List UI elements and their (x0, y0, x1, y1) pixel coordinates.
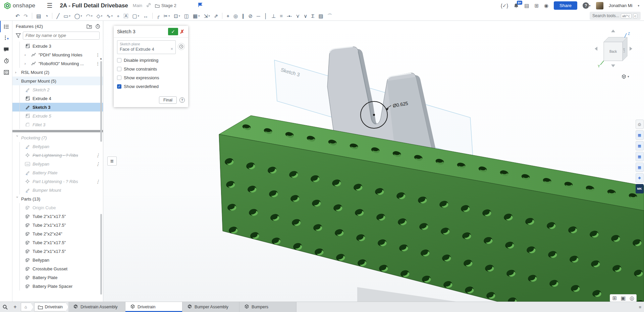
vertical-constraint-tool[interactable]: │ (263, 12, 269, 20)
rotate-right-arrow[interactable] (630, 47, 632, 51)
arc-tool[interactable]: ◠▾ (85, 12, 94, 20)
feature-row[interactable]: Tube 2"x1"x17.5" (12, 238, 103, 247)
feature-row[interactable]: Tube 2"x1"x17.5" (12, 221, 103, 229)
breadcrumb[interactable]: Drivetrain (34, 303, 69, 311)
print-panel-icon[interactable]: ⎙ (636, 120, 644, 129)
feature-row[interactable]: Tube 2"x2"x24" (12, 229, 103, 238)
feature-row[interactable]: Extrude 3 (12, 42, 103, 50)
use-project-tool[interactable]: ◔ (44, 12, 49, 20)
feature-row[interactable]: ›"RoboRIO" Mounting ...⋮ (12, 59, 103, 68)
dialog-help-icon[interactable]: ? (179, 97, 185, 103)
view-cube-front-label[interactable]: Back (609, 50, 617, 53)
feature-row[interactable]: Crosstube Gusset (12, 264, 103, 273)
chevron-down-icon[interactable]: › (15, 135, 19, 140)
feature-row[interactable]: Sketch 2 (12, 85, 103, 94)
chevron-down-icon[interactable]: › (15, 196, 19, 201)
polygon-tool[interactable]: ◇▾ (95, 12, 104, 20)
equal-constraint-tool[interactable]: = (278, 12, 284, 20)
group-row[interactable]: ›Bumper Mount (5) (12, 77, 103, 85)
checkbox-icon[interactable] (117, 76, 121, 80)
tab-drivetrain[interactable]: Drivetrain (125, 302, 182, 312)
feature-row[interactable]: Part Lightening - ? Ribs⋮ (12, 151, 103, 160)
spline-tool[interactable]: ∿▾ (105, 12, 114, 20)
mirror-tool[interactable]: ◫ (183, 12, 190, 20)
comments-panel-icon[interactable] (0, 44, 12, 55)
undo-tool[interactable]: ↶ (14, 12, 21, 20)
publication-flag-icon[interactable] (198, 2, 203, 9)
main-menu-icon[interactable]: ☰ (47, 2, 52, 9)
line-tool[interactable]: ╱ (55, 12, 61, 20)
tab-drivetrain-assembly[interactable]: Drivetrain Assembly (68, 302, 125, 312)
feature-row[interactable]: Extrude 4 (12, 94, 103, 103)
history-icon[interactable] (95, 24, 100, 29)
link-icon[interactable] (146, 3, 151, 9)
view-cube[interactable]: Back Left Z Y (595, 30, 632, 68)
checkbox-show-overdefined[interactable]: ✓Show overdefined (117, 84, 185, 89)
new-folder-icon[interactable] (87, 24, 92, 29)
app-store-icon[interactable]: ⊞ (534, 3, 539, 9)
chevron-right-icon[interactable]: › (24, 53, 29, 57)
group-row[interactable]: ›Parts (13) (12, 194, 103, 203)
feature-row[interactable]: Tube 2"x1"x17.5" (12, 212, 103, 221)
workspace-label[interactable]: Main (133, 3, 142, 8)
final-button[interactable]: Final (159, 96, 177, 104)
checkbox-disable-imprinting[interactable]: Disable imprinting (117, 58, 185, 63)
share-button[interactable]: Share (554, 1, 577, 10)
import-dxf-tool[interactable]: ⇲▾ (202, 12, 211, 20)
center-circle-tool[interactable]: ◯▾ (73, 12, 84, 20)
app-panel-3-icon[interactable]: ▦ (636, 152, 644, 161)
app-panel-4-icon[interactable]: ▦ (636, 163, 644, 172)
avatar[interactable] (596, 2, 603, 9)
coincident-constraint-tool[interactable]: ⌖ (225, 12, 230, 20)
tab-overflow-icon[interactable]: ≡ (639, 305, 641, 310)
symmetric-constraint-tool[interactable]: ∨ (302, 12, 309, 20)
fix-constraint-tool[interactable]: ▨ (317, 12, 324, 20)
scroll-up-arrow[interactable]: ▲ (100, 57, 102, 60)
chevron-right-icon[interactable]: › (15, 70, 20, 74)
feature-row[interactable]: Part Lightening - ? Ribs⋮ (12, 177, 103, 186)
point-tool[interactable]: ∘ (115, 12, 121, 20)
trim-tool[interactable]: ✂▾ (162, 12, 171, 20)
branch-selector[interactable]: Stage 2 (155, 3, 176, 8)
feature-row[interactable]: ›"PDH" Mounting Holes⋮ (12, 50, 103, 59)
history-panel-icon[interactable] (0, 55, 12, 66)
view-options-menu[interactable]: ▾ (621, 74, 629, 79)
release-notes-icon[interactable]: ▤ (524, 3, 529, 9)
horizontal-constraint-tool[interactable]: ─ (255, 12, 262, 20)
row-menu-icon[interactable]: ⋮ (96, 61, 100, 66)
measure-tool[interactable]: ⇗ (213, 12, 220, 20)
color-palette-panel-icon[interactable]: ❖ (636, 173, 644, 183)
custom-tables-panel-icon[interactable] (0, 66, 12, 78)
features-panel-icon[interactable] (0, 21, 12, 32)
rotate-down-arrow[interactable] (611, 64, 615, 67)
new-tab-icon[interactable]: + (10, 302, 20, 312)
chevron-right-icon[interactable]: › (24, 61, 29, 65)
feature-row[interactable]: Bellypan (12, 256, 103, 264)
parallel-constraint-tool[interactable]: ∥ (240, 12, 246, 20)
feature-row[interactable]: VeBellypan⋮ (12, 160, 103, 168)
curvature-tool[interactable]: ⌒ (326, 12, 334, 20)
normal-constraint-tool[interactable]: ⋎ (294, 12, 301, 20)
feature-row[interactable]: Tube 2"x1"x17.5" (12, 247, 103, 256)
help-menu[interactable]: ? ▾ (583, 2, 591, 9)
row-menu-icon[interactable]: ⋮ (96, 162, 100, 167)
feature-row[interactable]: Extrude 5 (12, 112, 103, 120)
checkbox-icon[interactable] (117, 67, 121, 71)
feature-row[interactable]: Sketch 3 (12, 103, 103, 112)
sketch-expressions-tool[interactable]: Σ (310, 12, 316, 20)
fillet-tool[interactable]: ╭ (155, 12, 161, 20)
feature-row[interactable]: Origin Cube (12, 203, 103, 212)
rollback-bar[interactable] (12, 130, 103, 132)
feature-row[interactable]: Fillet 3 (12, 120, 103, 129)
offset-tool[interactable]: ⊡▾ (172, 12, 181, 20)
notifications-bell-icon[interactable]: 9+ (514, 3, 519, 8)
chevron-down-icon[interactable]: › (15, 79, 19, 83)
checkbox-icon[interactable]: ✓ (117, 84, 121, 89)
checkbox-show-constraints[interactable]: Show constraints (117, 66, 185, 72)
feature-row[interactable]: Battery Plate (12, 273, 103, 282)
rotate-up-arrow[interactable] (611, 30, 615, 32)
mkcad-panel-icon[interactable]: MK (636, 184, 644, 193)
row-menu-icon[interactable]: ⋮ (96, 153, 100, 158)
text-tool[interactable]: A (122, 12, 129, 20)
row-menu-icon[interactable]: ⋮ (96, 52, 100, 57)
